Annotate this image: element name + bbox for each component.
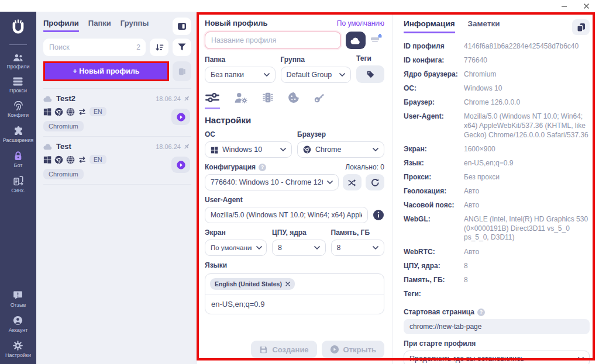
local-storage-locked-button[interactable]: [370, 34, 384, 47]
puzzle-icon: [13, 126, 23, 136]
screen-value: По умолчанию: [211, 244, 252, 251]
sidebar-item-configs[interactable]: Конфиги: [8, 101, 29, 118]
config-label: Конфигурация: [205, 163, 266, 171]
folder-select[interactable]: Без папки: [205, 67, 276, 83]
cpu-select[interactable]: 8: [272, 240, 326, 256]
sidebar-item-label: Отзыв: [11, 302, 26, 308]
tab-settings[interactable]: [205, 92, 220, 109]
refresh-config-button[interactable]: [366, 174, 384, 190]
info-label: Геолокация:: [404, 187, 464, 196]
group-select[interactable]: Default Group: [281, 67, 352, 83]
remove-language-icon[interactable]: [285, 282, 290, 286]
start-profile-button[interactable]: [171, 109, 190, 125]
profile-date: 18.06.24: [156, 95, 181, 102]
start-page-input[interactable]: chrome://new-tab-page: [404, 319, 590, 334]
os-select[interactable]: Windows 10: [205, 141, 292, 158]
info-row: Геолокация:Авто: [404, 187, 590, 196]
sidebar-item-feedback[interactable]: Отзыв: [11, 290, 26, 308]
copy-info-button[interactable]: [572, 19, 590, 35]
tab-information[interactable]: Информация: [404, 19, 455, 33]
sidebar-item-bot[interactable]: Бот: [13, 151, 23, 168]
folder-label: Папка: [205, 56, 276, 64]
tags-button[interactable]: [356, 65, 384, 83]
quick-profile-button[interactable]: [173, 61, 191, 81]
sidebar-item-profiles[interactable]: Профили: [6, 53, 29, 70]
tab-groups[interactable]: Группы: [121, 19, 149, 30]
sidebar-item-sync[interactable]: Синх.: [11, 176, 25, 193]
shuffle-config-button[interactable]: [343, 174, 362, 190]
profile-row[interactable]: Test 18.06.24: [43, 137, 191, 185]
new-profile-form: Новый профиль По умолчанию Папка Без пап…: [197, 12, 393, 364]
help-icon[interactable]: [259, 164, 266, 171]
cloud-icon: [350, 37, 361, 44]
info-row: Теги:: [404, 290, 590, 299]
windows-os-icon: [43, 155, 51, 164]
info-label: User-Agent:: [404, 112, 464, 140]
profile-row[interactable]: Test2 18.06.24: [43, 88, 191, 137]
tab-profiles[interactable]: Профили: [43, 19, 79, 32]
start-profile-button[interactable]: [171, 157, 190, 173]
minimize-icon[interactable]: [559, 1, 569, 11]
tags-label: Теги: [356, 54, 384, 63]
chevron-down-icon: [373, 148, 378, 151]
languages-label: Языки: [205, 261, 384, 269]
ram-value: 8: [337, 244, 341, 252]
collapse-panel-button[interactable]: [173, 18, 191, 35]
start-page-label: Стартовая страница: [404, 308, 590, 316]
info-value: Авто: [464, 201, 590, 210]
sidebar-item-proxies[interactable]: Прокси: [9, 77, 27, 93]
pin-icon[interactable]: [183, 143, 190, 150]
info-row: ЦПУ, ядра:8: [404, 262, 590, 271]
default-settings-link[interactable]: По умолчанию: [337, 19, 384, 27]
profiles-people-icon: [13, 53, 23, 62]
profiles-panel: Профили Папки Группы 2: [36, 12, 197, 364]
windows-os-icon: [211, 146, 218, 154]
pin-icon[interactable]: [183, 95, 190, 102]
tab-notes[interactable]: Заметки: [468, 19, 500, 32]
sort-button[interactable]: [150, 39, 168, 56]
save-icon: [259, 345, 268, 354]
tab-hardware[interactable]: [262, 92, 274, 108]
ram-select[interactable]: 8: [331, 240, 385, 256]
config-value: 776640: Windows 10 - Chrome 126: [211, 178, 323, 186]
cloud-profile-icon: [43, 143, 53, 150]
info-value: [464, 290, 590, 299]
profile-name-input[interactable]: [205, 32, 341, 49]
sidebar-item-account[interactable]: Аккаунт: [9, 316, 28, 333]
sidebar-item-extensions[interactable]: Расширения: [3, 126, 33, 143]
on-start-select[interactable]: Продолжить где вы остановились: [404, 351, 590, 364]
language-badge: EN: [89, 107, 106, 116]
cloud-storage-button[interactable]: [346, 32, 366, 49]
info-panel: Информация Заметки ID профиля4146f6a81b6…: [393, 12, 599, 364]
info-value: 4146f6a81b6a2284e425458d7b6c40: [464, 42, 590, 51]
create-profile-button[interactable]: Создание: [251, 341, 316, 358]
info-row: Язык:en-US,en;q=0.9: [404, 159, 590, 168]
language-string-input[interactable]: [205, 294, 384, 314]
search-input[interactable]: [43, 39, 146, 56]
folder-value: Без папки: [211, 71, 244, 79]
info-row: WebRTC:Авто: [404, 248, 590, 257]
swap-arrows-icon: [78, 156, 87, 164]
new-profile-button[interactable]: + Новый профиль: [45, 63, 167, 79]
browser-select[interactable]: Chrome: [297, 141, 384, 158]
close-icon[interactable]: [581, 1, 591, 11]
tab-passwords[interactable]: [314, 92, 325, 108]
search-wrap: 2: [43, 39, 146, 56]
globe-icon: [66, 155, 75, 164]
fingerprint-icon: [13, 101, 23, 110]
filter-button[interactable]: [173, 39, 191, 56]
tab-cookies[interactable]: [288, 92, 300, 108]
sidebar-item-settings[interactable]: Настройки: [5, 341, 31, 358]
tab-folders[interactable]: Папки: [88, 19, 111, 30]
user-agent-input[interactable]: [205, 207, 368, 223]
languages-box: English (United States): [205, 273, 384, 314]
tab-accounts[interactable]: [234, 92, 248, 108]
help-icon[interactable]: [477, 308, 485, 316]
open-profile-button[interactable]: Открыть: [322, 341, 384, 358]
info-label: Браузер:: [404, 98, 464, 108]
proxy-servers-icon: [13, 77, 23, 86]
info-value: Chromium: [464, 70, 590, 79]
screen-select[interactable]: По умолчанию: [205, 240, 267, 256]
config-select[interactable]: 776640: Windows 10 - Chrome 126: [205, 174, 339, 190]
info-icon[interactable]: [373, 209, 384, 221]
